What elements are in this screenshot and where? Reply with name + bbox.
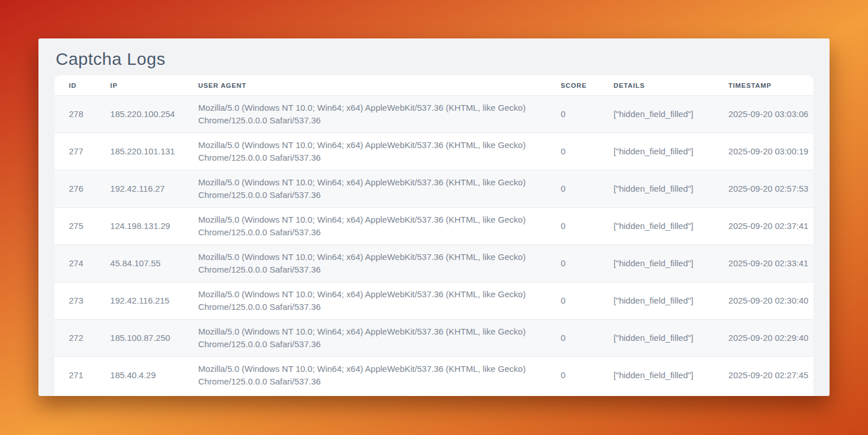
table-row: 275 124.198.131.29 Mozilla/5.0 (Windows … <box>55 208 813 245</box>
cell-score: 0 <box>561 282 614 320</box>
column-header-score: SCORE <box>561 75 614 96</box>
column-header-user-agent: USER AGENT <box>198 75 560 96</box>
cell-id: 273 <box>55 282 110 320</box>
cell-details: ["hidden_field_filled"] <box>614 96 728 133</box>
logs-table-container: ID IP USER AGENT SCORE DETAILS TIMESTAMP… <box>55 75 813 396</box>
table-header-row: ID IP USER AGENT SCORE DETAILS TIMESTAMP <box>55 75 813 96</box>
cell-user-agent: Mozilla/5.0 (Windows NT 10.0; Win64; x64… <box>198 170 560 208</box>
table-row: 274 45.84.107.55 Mozilla/5.0 (Windows NT… <box>55 245 813 282</box>
cell-id: 272 <box>55 320 110 357</box>
cell-user-agent: Mozilla/5.0 (Windows NT 10.0; Win64; x64… <box>198 96 560 133</box>
cell-timestamp: 2025-09-20 02:33:41 <box>728 245 813 282</box>
cell-id: 276 <box>55 170 110 208</box>
column-header-details: DETAILS <box>614 75 728 96</box>
app-background: { "page": { "title": "Captcha Logs" }, "… <box>0 0 868 435</box>
captcha-logs-card: Captcha Logs ID IP USER AGENT SCORE DETA… <box>38 38 830 396</box>
cell-user-agent: Mozilla/5.0 (Windows NT 10.0; Win64; x64… <box>198 245 560 282</box>
table-row: 276 192.42.116.27 Mozilla/5.0 (Windows N… <box>55 170 813 208</box>
cell-ip: 192.42.116.215 <box>110 282 198 320</box>
cell-score: 0 <box>561 208 614 245</box>
logs-table-body: 278 185.220.100.254 Mozilla/5.0 (Windows… <box>55 96 813 394</box>
cell-user-agent: Mozilla/5.0 (Windows NT 10.0; Win64; x64… <box>198 320 560 357</box>
cell-id: 275 <box>55 208 110 245</box>
cell-score: 0 <box>561 170 614 208</box>
cell-score: 0 <box>561 357 614 394</box>
page-title: Captcha Logs <box>56 49 813 69</box>
cell-score: 0 <box>561 133 614 170</box>
cell-score: 0 <box>561 96 614 133</box>
table-row: 273 192.42.116.215 Mozilla/5.0 (Windows … <box>55 282 813 320</box>
cell-timestamp: 2025-09-20 02:37:41 <box>728 208 813 245</box>
cell-timestamp: 2025-09-20 03:03:06 <box>728 96 813 133</box>
column-header-timestamp: TIMESTAMP <box>728 75 813 96</box>
cell-timestamp: 2025-09-20 03:00:19 <box>728 133 813 170</box>
column-header-ip: IP <box>110 75 198 96</box>
cell-timestamp: 2025-09-20 02:30:40 <box>728 282 813 320</box>
cell-id: 278 <box>55 96 110 133</box>
cell-ip: 185.220.100.254 <box>110 96 198 133</box>
cell-details: ["hidden_field_filled"] <box>614 357 728 394</box>
table-row: 272 185.100.87.250 Mozilla/5.0 (Windows … <box>55 320 813 357</box>
cell-ip: 185.220.101.131 <box>110 133 198 170</box>
column-header-id: ID <box>55 75 110 96</box>
cell-details: ["hidden_field_filled"] <box>614 208 728 245</box>
cell-score: 0 <box>561 245 614 282</box>
cell-ip: 185.40.4.29 <box>110 357 198 394</box>
cell-details: ["hidden_field_filled"] <box>614 245 728 282</box>
cell-ip: 192.42.116.27 <box>110 170 198 208</box>
cell-user-agent: Mozilla/5.0 (Windows NT 10.0; Win64; x64… <box>198 282 560 320</box>
cell-timestamp: 2025-09-20 02:57:53 <box>728 170 813 208</box>
cell-ip: 185.100.87.250 <box>110 320 198 357</box>
cell-user-agent: Mozilla/5.0 (Windows NT 10.0; Win64; x64… <box>198 357 560 394</box>
cell-details: ["hidden_field_filled"] <box>614 133 728 170</box>
cell-score: 0 <box>561 320 614 357</box>
table-row: 278 185.220.100.254 Mozilla/5.0 (Windows… <box>55 96 813 133</box>
table-row: 271 185.40.4.29 Mozilla/5.0 (Windows NT … <box>55 357 813 394</box>
cell-ip: 124.198.131.29 <box>110 208 198 245</box>
cell-ip: 45.84.107.55 <box>110 245 198 282</box>
cell-timestamp: 2025-09-20 02:27:45 <box>728 357 813 394</box>
cell-id: 277 <box>55 133 110 170</box>
table-row: 277 185.220.101.131 Mozilla/5.0 (Windows… <box>55 133 813 170</box>
cell-id: 271 <box>55 357 110 394</box>
cell-details: ["hidden_field_filled"] <box>614 282 728 320</box>
cell-timestamp: 2025-09-20 02:29:40 <box>728 320 813 357</box>
logs-table: ID IP USER AGENT SCORE DETAILS TIMESTAMP… <box>55 75 813 394</box>
cell-details: ["hidden_field_filled"] <box>614 170 728 208</box>
cell-id: 274 <box>55 245 110 282</box>
cell-user-agent: Mozilla/5.0 (Windows NT 10.0; Win64; x64… <box>198 208 560 245</box>
cell-details: ["hidden_field_filled"] <box>614 320 728 357</box>
cell-user-agent: Mozilla/5.0 (Windows NT 10.0; Win64; x64… <box>198 133 560 170</box>
